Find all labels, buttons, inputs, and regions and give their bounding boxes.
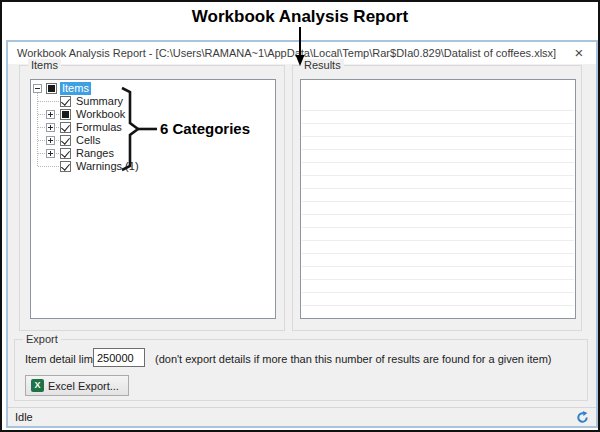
results-empty-rows [302,98,574,317]
tree-item-label: Formulas [74,121,124,134]
ranges-checkbox[interactable] [60,148,71,159]
cells-checkbox[interactable] [60,135,71,146]
close-button[interactable]: × [568,42,590,64]
close-icon: × [575,44,584,61]
expand-icon[interactable] [46,123,55,132]
expand-icon[interactable] [46,149,55,158]
results-list[interactable] [300,79,576,319]
formulas-checkbox[interactable] [60,122,71,133]
categories-annotation: 6 Categories [160,120,250,137]
item-detail-limit-label: Item detail limit: [25,353,101,365]
summary-checkbox[interactable] [60,96,71,107]
refresh-icon[interactable] [576,411,589,424]
warnings-checkbox[interactable] [60,161,71,172]
expand-icon[interactable] [46,136,55,145]
expand-icon[interactable] [46,110,55,119]
tree-item-label: Cells [74,134,102,147]
export-panel: Export Item detail limit: (don't export … [14,339,588,401]
tree-item-label: Ranges [74,147,116,160]
item-detail-limit-input[interactable] [93,348,145,367]
excel-export-button-label: Excel Export... [48,380,119,392]
screenshot-frame: Workbook Analysis Report Workbook Analys… [0,0,600,432]
window-title: Workbook Analysis Report - [C:\Users\RAM… [17,42,556,64]
excel-export-button[interactable]: X Excel Export... [25,375,129,396]
collapse-icon[interactable] [33,84,42,93]
annotation-header: Workbook Analysis Report [2,7,598,27]
brace-annotation-icon [120,86,160,174]
excel-icon: X [31,379,44,392]
export-panel-label: Export [23,333,61,346]
status-text: Idle [15,408,33,426]
export-hint-text: (don't export details if more than this … [155,353,551,365]
items-panel-label: Items [28,59,61,72]
tree-item-label: Summary [74,95,125,108]
tree-item-label: Items [60,82,91,95]
items-checkbox[interactable] [46,83,57,94]
workbook-analysis-dialog: Workbook Analysis Report - [C:\Users\RAM… [6,40,598,428]
down-arrow-icon [292,27,308,67]
workbook-checkbox[interactable] [60,109,71,120]
results-panel: Results [292,65,582,331]
status-bar: Idle [8,407,596,426]
